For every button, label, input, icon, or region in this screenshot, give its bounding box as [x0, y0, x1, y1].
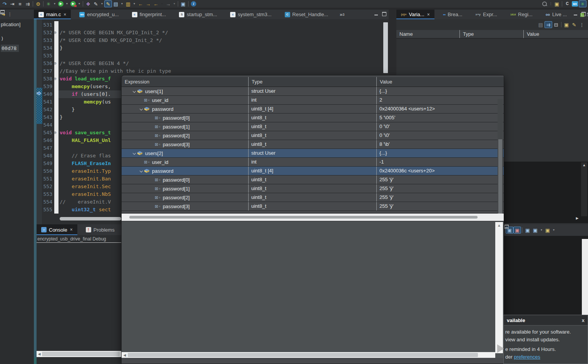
editor-tab[interactable]: c system_stm3... × [226, 10, 276, 19]
highlight-icon[interactable]: ✎ [104, 0, 112, 7]
expand-caret-icon[interactable] [139, 105, 144, 113]
fold-column[interactable]: ⊖ [54, 106, 58, 114]
code-line[interactable]: 536 ⊖ /* USER CODE BEGIN 4 */ [42, 60, 389, 67]
fold-column[interactable]: ⊖ [54, 160, 58, 167]
show-logical-structure-icon[interactable]: ⇉ [545, 21, 552, 28]
detail-vertical-scrollbar[interactable]: ▲ ▼ [495, 222, 503, 353]
minimize-editor-icon[interactable] [374, 12, 379, 16]
fold-column[interactable]: ⊖ [54, 137, 58, 144]
show-annotations-icon[interactable]: ≡ [16, 0, 24, 7]
device-configuration-icon[interactable]: ✎ [92, 0, 100, 7]
table-horizontal-scrollbar[interactable] [122, 214, 504, 221]
fold-column[interactable]: ⊖ [54, 90, 58, 98]
scrollbar-thumb[interactable] [129, 216, 478, 219]
c-perspective-icon[interactable]: C [563, 0, 571, 7]
terminate-relaunch-icon[interactable]: ⇥ [8, 0, 16, 7]
maximize-editor-icon[interactable] [382, 12, 386, 16]
fold-column[interactable]: ⊖ [54, 75, 58, 83]
fold-column[interactable]: ⊖ [54, 44, 58, 52]
expression-row[interactable]: ⊠= users[1] struct User {...} [122, 87, 504, 96]
editor-horizontal-scrollbar[interactable] [60, 217, 121, 220]
dropdown-icon[interactable]: ▾ [172, 0, 177, 7]
view-tab[interactable]: ●● Brea... × [438, 10, 467, 19]
build-icon[interactable]: ⚙ [34, 0, 42, 7]
collapse-all-icon[interactable]: ⊟ [552, 21, 560, 28]
expand-caret-icon[interactable] [150, 131, 155, 140]
view-tab[interactable]: 1010 Regi... × [506, 10, 537, 19]
close-notification-icon[interactable]: x [582, 317, 585, 323]
view-menu-icon[interactable]: ⋮ [578, 21, 586, 28]
view-tab[interactable]: x+y Expr... × [471, 10, 501, 19]
minimize-view-icon[interactable] [14, 12, 19, 17]
expression-row[interactable]: ⊠= users[2] struct User {...} [122, 149, 504, 158]
dropdown-icon[interactable]: ▾ [77, 0, 82, 7]
expand-caret-icon[interactable] [150, 175, 155, 184]
fold-column[interactable]: ⊖ [54, 206, 58, 214]
view-tab[interactable]: oo Live ... × [541, 10, 571, 19]
expression-row[interactable]: ⊠= password[1] uint8_t 255 'ÿ' [122, 184, 504, 193]
display-console-icon[interactable]: ▣ [531, 227, 539, 234]
detail-horizontal-scrollbar[interactable]: ◀ [122, 352, 495, 358]
column-header-value[interactable]: Value [524, 30, 588, 38]
editor-tab[interactable]: MX encrypted_u... × [75, 10, 123, 19]
panel-splitter[interactable] [34, 19, 37, 358]
cubemx-perspective-icon[interactable]: MX [571, 0, 579, 7]
expand-caret-icon[interactable] [150, 202, 155, 210]
fold-column[interactable]: ⊖ [54, 37, 58, 44]
info-icon[interactable]: i [190, 0, 197, 7]
expression-row[interactable]: ⊠= password[3] uint8_t 255 'ÿ' [122, 202, 504, 211]
expression-row[interactable]: ⊠= password[3] uint8_t 8 '\b' [122, 140, 504, 149]
back-history-icon[interactable]: ← [137, 0, 144, 7]
editor-vertical-scrollbar[interactable] [383, 22, 388, 73]
fold-column[interactable]: ⊖ [54, 144, 58, 152]
expression-row[interactable]: ⊠= user_id int 2 [122, 96, 504, 105]
maximize-view-icon[interactable] [568, 228, 572, 232]
run-icon[interactable]: ▶ [57, 0, 65, 7]
expression-row[interactable]: ⊠= password uint8_t [4] 0x24000364 <user… [122, 105, 504, 114]
stack-frame-address[interactable]: 00d78 [1, 45, 19, 52]
show-console-stderr-icon[interactable]: ▣ [513, 227, 521, 234]
fold-column[interactable]: ⊖ [54, 121, 58, 129]
expand-caret-icon[interactable] [139, 167, 144, 175]
view-tab[interactable]: (x)= Varia... × [396, 10, 434, 19]
show-columns-icon[interactable]: ▤ [537, 21, 545, 28]
expression-row[interactable]: ⊠= user_id int -1 [122, 158, 504, 167]
debug-session-label[interactable]: plication] [1, 22, 34, 27]
open-project-icon[interactable]: ❖ [84, 0, 92, 7]
scrollbar-thumb[interactable] [498, 139, 502, 216]
previous-annotation-icon[interactable]: ▥ [124, 0, 132, 7]
table-vertical-scrollbar[interactable] [498, 99, 503, 223]
expand-caret-icon[interactable] [150, 114, 155, 122]
fold-column[interactable]: ⊖ [54, 114, 58, 121]
forward-history-icon[interactable]: → [144, 0, 152, 7]
open-perspective-icon[interactable]: ▣ [553, 0, 561, 7]
debug-view-menu-icon[interactable]: ⋮ [8, 12, 12, 17]
fold-column[interactable]: ⊖ [54, 175, 58, 183]
new-expression-icon[interactable]: ▣ [563, 21, 570, 28]
editor-tab[interactable]: c main.c × [34, 10, 71, 19]
close-tab-icon[interactable]: × [70, 227, 73, 232]
dropdown-icon[interactable]: ▾ [52, 0, 57, 7]
column-header-type[interactable]: Type [460, 30, 524, 38]
code-line[interactable]: 531 ⊖ [42, 21, 389, 29]
fold-column[interactable]: ⊖ [54, 60, 58, 67]
toolbar-overflow-icon[interactable]: ⋮ [548, 0, 553, 7]
column-header-value[interactable]: Value [377, 77, 504, 87]
fold-column[interactable]: ⊖ [54, 67, 58, 75]
column-header-expression[interactable]: Expression [122, 77, 249, 87]
expression-row[interactable]: ⊠= password[2] uint8_t 255 'ÿ' [122, 193, 504, 202]
code-line[interactable]: 535 ⊖ [42, 52, 389, 60]
fold-column[interactable]: ⊖ [54, 152, 58, 160]
expand-caret-icon[interactable] [150, 122, 155, 131]
forward-disabled-icon[interactable]: → [164, 0, 172, 7]
expand-caret-icon[interactable] [139, 96, 144, 104]
console-horizontal-scrollbar[interactable]: ◀ [37, 351, 121, 357]
maximize-view-icon[interactable] [21, 12, 26, 17]
code-line[interactable]: 534 ⊖ } [42, 44, 389, 52]
vertical-scrollbar[interactable]: ▲ [581, 162, 587, 216]
column-header-type[interactable]: Type [249, 77, 377, 87]
preferences-link[interactable]: preferences [514, 354, 540, 360]
debug-perspective-icon[interactable]: ✳ [579, 0, 586, 7]
fold-column[interactable]: ⊖ [54, 21, 58, 29]
fold-column[interactable]: ⊖ [54, 183, 58, 190]
